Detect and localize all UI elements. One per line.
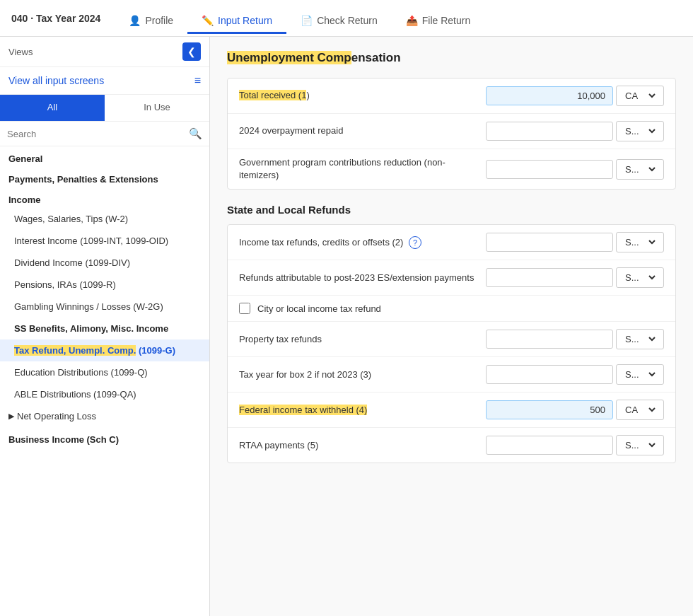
city-local-refund-checkbox[interactable] (239, 303, 250, 314)
section-general: General (0, 146, 209, 167)
nav-ss-benefits[interactable]: SS Benefits, Alimony, Misc. Income (0, 318, 209, 339)
overpayment-repaid-state-select[interactable]: S... CA (616, 121, 664, 141)
app-header: 040 · Tax Year 2024 👤 Profile ✏️ Input R… (0, 0, 693, 37)
nav-dividend-income[interactable]: Dividend Income (1099-DIV) (0, 252, 209, 274)
city-local-refund-label: City or local income tax refund (257, 303, 381, 314)
refunds-attributable-row: Refunds attributable to post-2023 ES/ext… (228, 260, 675, 296)
overpayment-repaid-state-dropdown[interactable]: S... CA (622, 125, 658, 137)
refunds-attributable-input-group: S... CA (486, 267, 664, 288)
tax-year-box2-state-dropdown[interactable]: S... CA (622, 368, 658, 380)
main-nav: 👤 Profile ✏️ Input Return 📄 Check Return… (115, 6, 484, 30)
state-local-refunds-title: State and Local Refunds (227, 204, 676, 216)
profile-icon: 👤 (129, 15, 141, 26)
send-icon: 📤 (406, 15, 418, 26)
city-local-refund-row: City or local income tax refund (228, 296, 675, 322)
income-tax-refunds-input-group: S... CA (486, 232, 664, 252)
income-tax-refunds-input[interactable] (486, 233, 613, 252)
search-bar: 🔍 (0, 122, 209, 146)
overpayment-repaid-input-group: S... CA (486, 121, 664, 141)
tax-year-box2-input[interactable] (486, 365, 613, 384)
federal-income-tax-withheld-input-group: CA S... (486, 400, 664, 420)
total-received-state-dropdown[interactable]: CA S... (622, 90, 658, 102)
property-tax-refunds-input-group: S... CA (486, 329, 664, 349)
unemployment-form-section: Total received (1) CA S... 2024 overpaym… (227, 78, 676, 190)
total-received-state-select[interactable]: CA S... (616, 86, 664, 106)
tab-file-return[interactable]: 📤 File Return (392, 9, 484, 34)
state-local-form-section: Income tax refunds, credits or offsets (… (227, 224, 676, 463)
rtaa-payments-label: RTAA payments (5) (239, 439, 479, 452)
nav-education-distributions[interactable]: Education Distributions (1099-Q) (0, 361, 209, 383)
views-label: Views (8, 47, 33, 57)
overpayment-repaid-input[interactable] (486, 122, 613, 141)
toggle-in-use-button[interactable]: In Use (105, 95, 209, 121)
property-tax-refunds-row: Property tax refunds S... CA (228, 322, 675, 357)
federal-income-tax-withheld-state-select[interactable]: CA S... (616, 400, 664, 420)
tax-year-box2-label: Tax year for box 2 if not 2023 (3) (239, 368, 479, 381)
search-icon[interactable]: 🔍 (189, 127, 202, 140)
collapse-sidebar-button[interactable]: ❮ (182, 42, 201, 61)
rtaa-payments-row: RTAA payments (5) S... CA (228, 428, 675, 463)
gov-program-input[interactable] (486, 160, 613, 179)
total-received-row: Total received (1) CA S... (228, 79, 675, 114)
nav-net-operating-loss[interactable]: ▶ Net Operating Loss (0, 405, 209, 427)
federal-income-tax-withheld-input[interactable] (486, 400, 613, 419)
section-business-income: Business Income (Sch C) (0, 427, 209, 448)
refunds-attributable-input[interactable] (486, 268, 613, 287)
income-tax-refunds-state-dropdown[interactable]: S... CA (622, 236, 658, 248)
view-all-screens-link[interactable]: View all input screens ≡ (0, 67, 209, 95)
federal-income-tax-withheld-row: Federal income tax withheld (4) CA S... (228, 393, 675, 428)
total-received-label: Total received (1) (239, 89, 479, 102)
nav-pensions[interactable]: Pensions, IRAs (1099-R) (0, 274, 209, 296)
refunds-attributable-state-dropdown[interactable]: S... CA (622, 272, 658, 284)
nav-interest-income[interactable]: Interest Income (1099-INT, 1099-OID) (0, 230, 209, 252)
nav-tax-refund-unempl[interactable]: Tax Refund, Unempl. Comp. (1099-G) (0, 339, 209, 361)
refunds-attributable-label: Refunds attributable to post-2023 ES/ext… (239, 272, 479, 284)
sidebar: Views ❮ View all input screens ≡ All In … (0, 37, 210, 616)
content-area: Unemployment Compensation Total received… (210, 37, 693, 616)
income-tax-refunds-row: Income tax refunds, credits or offsets (… (228, 225, 675, 260)
section-income: Income (0, 187, 209, 208)
federal-income-tax-withheld-state-dropdown[interactable]: CA S... (622, 404, 658, 416)
rtaa-payments-input[interactable] (486, 436, 613, 455)
tax-year-box2-input-group: S... CA (486, 364, 664, 385)
property-tax-refunds-state-dropdown[interactable]: S... CA (622, 333, 658, 345)
nav-able-distributions[interactable]: ABLE Distributions (1099-QA) (0, 383, 209, 405)
sidebar-views-header: Views ❮ (0, 37, 209, 67)
app-title: 040 · Tax Year 2024 (11, 13, 100, 24)
rtaa-payments-input-group: S... CA (486, 435, 664, 455)
rtaa-payments-state-dropdown[interactable]: S... CA (622, 439, 658, 451)
property-tax-refunds-label: Property tax refunds (239, 333, 479, 346)
tab-input-return[interactable]: ✏️ Input Return (187, 9, 286, 34)
refunds-attributable-state-select[interactable]: S... CA (616, 267, 664, 288)
property-tax-refunds-input[interactable] (486, 330, 613, 349)
gov-program-input-group: S... CA (486, 159, 664, 180)
help-icon[interactable]: ? (409, 236, 421, 249)
overpayment-repaid-label: 2024 overpayment repaid (239, 124, 479, 137)
income-tax-refunds-state-select[interactable]: S... CA (616, 232, 664, 252)
toggle-bar: All In Use (0, 95, 209, 122)
chevron-icon: ▶ (8, 412, 14, 421)
property-tax-refunds-state-select[interactable]: S... CA (616, 329, 664, 349)
list-icon: ≡ (194, 74, 201, 87)
view-all-label: View all input screens (8, 75, 104, 86)
toggle-all-button[interactable]: All (0, 95, 105, 121)
edit-icon: ✏️ (202, 15, 214, 26)
tab-profile[interactable]: 👤 Profile (115, 9, 187, 34)
search-input[interactable] (7, 129, 185, 139)
unemployment-section-title: Unemployment Compensation (227, 51, 676, 65)
tax-year-box2-state-select[interactable]: S... CA (616, 364, 664, 385)
income-tax-refunds-label: Income tax refunds, credits or offsets (… (239, 236, 479, 250)
main-layout: Views ❮ View all input screens ≡ All In … (0, 37, 693, 616)
gov-program-label: Government program contributions reducti… (239, 156, 479, 182)
gov-program-state-select[interactable]: S... CA (616, 159, 664, 180)
rtaa-payments-state-select[interactable]: S... CA (616, 435, 664, 455)
document-icon: 📄 (301, 15, 313, 26)
gov-program-row: Government program contributions reducti… (228, 149, 675, 189)
nav-gambling[interactable]: Gambling Winnings / Losses (W-2G) (0, 296, 209, 318)
nav-wages[interactable]: Wages, Salaries, Tips (W-2) (0, 208, 209, 230)
total-received-input[interactable] (486, 86, 613, 105)
tab-check-return[interactable]: 📄 Check Return (286, 9, 392, 34)
gov-program-state-dropdown[interactable]: S... CA (622, 163, 658, 175)
tax-year-box2-row: Tax year for box 2 if not 2023 (3) S... … (228, 357, 675, 393)
total-received-input-group: CA S... (486, 86, 664, 106)
